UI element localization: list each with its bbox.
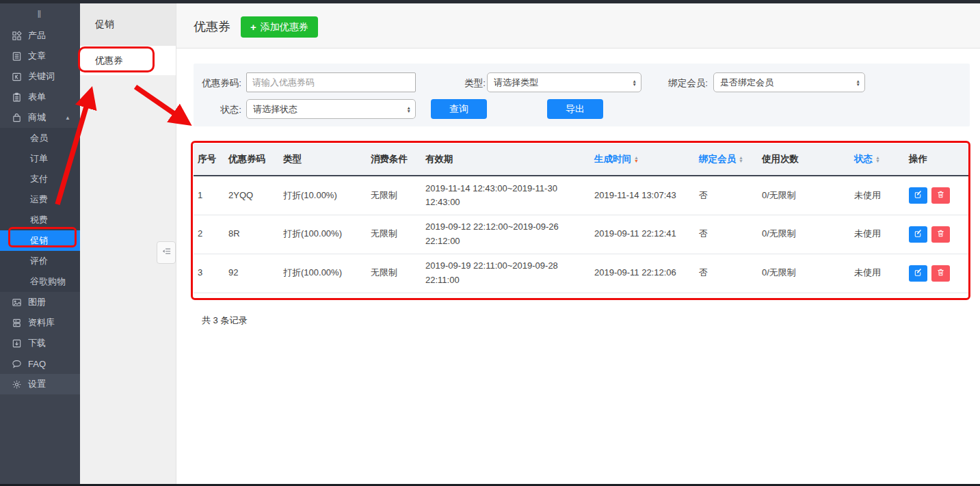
sidebar-item-faq[interactable]: FAQ bbox=[0, 353, 80, 374]
sidebar-item-forms[interactable]: 表单 bbox=[0, 87, 80, 107]
type-select[interactable]: 请选择类型 ▲▼ bbox=[487, 72, 641, 92]
col-status-sort[interactable]: 状态▲▼ bbox=[850, 144, 905, 176]
main-content: 优惠券 + 添加优惠券 优惠券码: 类型: 请选择类型 ▲▼ 绑定会员: 是否绑… bbox=[176, 3, 980, 486]
sidebar-item-products[interactable]: 产品 bbox=[0, 25, 80, 46]
sidebar-item-label: 设置 bbox=[28, 378, 46, 390]
coupon-table-wrap: 序号 优惠券码 类型 消费条件 有效期 生成时间▲▼ 绑定会员▲▼ 使用次数 bbox=[194, 144, 970, 293]
sidebar-item-shipping[interactable]: 运费 bbox=[0, 189, 80, 210]
type-select-value: 请选择类型 bbox=[494, 77, 628, 89]
download-icon bbox=[11, 338, 22, 349]
cell-status: 未使用 bbox=[850, 254, 905, 293]
sidebar-item-label: 促销 bbox=[30, 234, 48, 247]
top-strip bbox=[0, 0, 980, 3]
submenu-item-coupon[interactable]: 优惠券 bbox=[80, 46, 176, 75]
sidebar-item-keywords[interactable]: 关键词 bbox=[0, 66, 80, 87]
sidebar-item-label: 税费 bbox=[30, 214, 48, 226]
add-coupon-label: 添加优惠券 bbox=[261, 21, 308, 33]
outdent-icon bbox=[161, 246, 172, 259]
cell-seq: 3 bbox=[194, 254, 224, 293]
table-header-row: 序号 优惠券码 类型 消费条件 有效期 生成时间▲▼ 绑定会员▲▼ 使用次数 bbox=[194, 144, 970, 176]
sidebar-item-library[interactable]: 资料库 bbox=[0, 312, 80, 333]
sidebar-item-label: 表单 bbox=[28, 91, 46, 103]
sidebar-item-label: FAQ bbox=[28, 359, 46, 369]
select-caret-icon: ▲▼ bbox=[407, 106, 411, 113]
sidebar-collapse-toggle[interactable]: ‖ bbox=[0, 3, 80, 25]
cell-condition: 无限制 bbox=[367, 215, 421, 254]
sidebar-item-tax[interactable]: 税费 bbox=[0, 210, 80, 230]
edit-button[interactable] bbox=[909, 265, 927, 282]
cell-bound: 否 bbox=[695, 215, 758, 254]
cell-validity: 2019-09-12 22:12:00~2019-09-26 22:12:00 bbox=[421, 215, 590, 254]
cell-created: 2019-09-11 22:12:41 bbox=[590, 215, 695, 254]
sidebar-item-payment[interactable]: 支付 bbox=[0, 169, 80, 189]
edit-button[interactable] bbox=[909, 226, 927, 243]
sidebar-item-label: 文章 bbox=[28, 50, 46, 62]
sidebar-item-google-shopping[interactable]: 谷歌购物 bbox=[0, 271, 80, 292]
page-header: 优惠券 + 添加优惠券 bbox=[176, 3, 980, 49]
cell-code: 8R bbox=[224, 215, 279, 254]
table-row: 3 92 打折(100.00%) 无限制 2019-09-19 22:11:00… bbox=[194, 254, 970, 293]
bound-member-select[interactable]: 是否绑定会员 ▲▼ bbox=[713, 72, 865, 92]
cell-usage: 0/无限制 bbox=[758, 254, 850, 293]
sidebar-item-label: 订单 bbox=[30, 152, 48, 165]
delete-button[interactable] bbox=[931, 187, 950, 204]
trash-icon bbox=[936, 229, 945, 240]
sidebar-item-downloads[interactable]: 下载 bbox=[0, 333, 80, 353]
add-coupon-button[interactable]: + 添加优惠券 bbox=[241, 16, 318, 38]
sidebar-item-label: 产品 bbox=[28, 29, 46, 42]
sidebar-item-articles[interactable]: 文章 bbox=[0, 46, 80, 66]
sidebar-item-label: 评价 bbox=[30, 255, 48, 267]
col-seq: 序号 bbox=[194, 144, 224, 176]
page-title: 优惠券 bbox=[194, 18, 230, 35]
sidebar-item-label: 商城 bbox=[28, 111, 46, 124]
cell-status: 未使用 bbox=[850, 176, 905, 215]
type-label: 类型: bbox=[435, 77, 486, 90]
sidebar-item-mall[interactable]: 商城 ▲ bbox=[0, 107, 80, 128]
delete-button[interactable] bbox=[931, 265, 950, 282]
cell-usage: 0/无限制 bbox=[758, 215, 850, 254]
select-caret-icon: ▲▼ bbox=[633, 79, 637, 86]
plus-icon: + bbox=[250, 21, 256, 33]
search-button[interactable]: 查询 bbox=[431, 99, 487, 119]
cell-status: 未使用 bbox=[850, 215, 905, 254]
sidebar-item-gallery[interactable]: 图册 bbox=[0, 292, 80, 312]
library-icon bbox=[11, 317, 22, 328]
cell-seq: 1 bbox=[194, 176, 224, 215]
delete-button[interactable] bbox=[931, 226, 950, 243]
export-button[interactable]: 导出 bbox=[547, 99, 603, 119]
table-row: 2 8R 打折(100.00%) 无限制 2019-09-12 22:12:00… bbox=[194, 215, 970, 254]
coupon-code-input[interactable] bbox=[246, 72, 416, 92]
article-icon bbox=[11, 51, 22, 62]
sidebar-item-label: 关键词 bbox=[28, 70, 55, 83]
sidebar-item-promotion[interactable]: 促销 bbox=[0, 230, 80, 251]
sidebar-item-label: 资料库 bbox=[28, 316, 55, 329]
coupon-code-label: 优惠券码: bbox=[194, 77, 241, 90]
sidebar-item-label: 会员 bbox=[30, 132, 48, 144]
grid-icon bbox=[11, 30, 22, 41]
col-bound-sort[interactable]: 绑定会员▲▼ bbox=[695, 144, 758, 176]
cell-type: 打折(10.00%) bbox=[279, 176, 367, 215]
sidebar-item-label: 下载 bbox=[28, 337, 46, 349]
sidebar-item-orders[interactable]: 订单 bbox=[0, 148, 80, 169]
chevron-up-icon: ▲ bbox=[65, 115, 70, 121]
status-select[interactable]: 请选择状态 ▲▼ bbox=[246, 99, 416, 119]
cell-code: 92 bbox=[224, 254, 279, 293]
status-label: 状态: bbox=[194, 104, 241, 116]
trash-icon bbox=[936, 190, 945, 201]
col-created-sort[interactable]: 生成时间▲▼ bbox=[590, 144, 695, 176]
primary-sidebar: ‖ 产品 文章 关键词 表单 bbox=[0, 0, 80, 486]
sidebar-item-label: 图册 bbox=[28, 296, 46, 308]
sidebar-item-reviews[interactable]: 评价 bbox=[0, 251, 80, 271]
status-select-value: 请选择状态 bbox=[253, 103, 403, 116]
col-condition: 消费条件 bbox=[367, 144, 421, 176]
cell-created: 2019-09-11 22:12:06 bbox=[590, 254, 695, 293]
select-caret-icon: ▲▼ bbox=[856, 79, 860, 86]
sidebar-item-settings[interactable]: 设置 bbox=[0, 374, 80, 394]
cell-bound: 否 bbox=[695, 176, 758, 215]
cell-type: 打折(100.00%) bbox=[279, 215, 367, 254]
edit-button[interactable] bbox=[909, 187, 927, 204]
panel-collapse-button[interactable] bbox=[157, 241, 176, 264]
pencil-icon bbox=[914, 229, 923, 240]
sidebar-item-members[interactable]: 会员 bbox=[0, 128, 80, 148]
keyword-icon bbox=[11, 71, 22, 82]
